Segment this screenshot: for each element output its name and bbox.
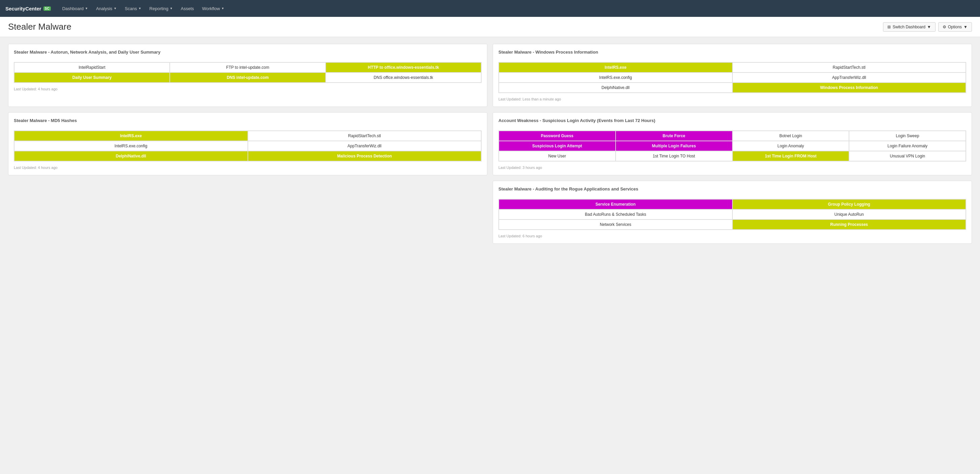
chevron-down-icon: ▼ xyxy=(85,7,88,10)
list-item[interactable]: Malicious Process Detection xyxy=(248,151,482,161)
widget-windows-process-title: Stealer Malware - Windows Process Inform… xyxy=(498,49,966,57)
list-item[interactable]: Suspicious Login Attempt xyxy=(499,141,616,151)
list-item[interactable]: Login Failure Anomaly xyxy=(849,141,966,151)
list-item[interactable]: Password Guess xyxy=(499,131,616,141)
list-item[interactable]: Login Sweep xyxy=(849,131,966,141)
list-item[interactable]: IntelRS.exe xyxy=(14,131,248,141)
list-item[interactable]: AppTransferWiz.dll xyxy=(732,72,966,83)
list-item[interactable]: New User xyxy=(499,151,616,161)
widget-login-activity-grid: Password Guess Brute Force Botnet Login … xyxy=(498,131,966,161)
chevron-down-icon: ▼ xyxy=(927,25,931,29)
list-item[interactable]: 1st Time Login TO Host xyxy=(616,151,732,161)
page-actions: ⊞ Switch Dashboard ▼ ⚙ Options ▼ xyxy=(883,22,972,32)
list-item[interactable]: Service Enumeration xyxy=(499,199,732,209)
chevron-down-icon: ▼ xyxy=(138,7,142,10)
widget-autorun-grid: IntelRapidStart FTP to intel-update.com … xyxy=(14,62,482,83)
list-item[interactable]: DNS office.windows-essentials.tk xyxy=(326,72,481,83)
widget-autorun-title: Stealer Malware - Autorun, Network Analy… xyxy=(14,49,482,57)
nav-menu: Dashboard ▼ Analysis ▼ Scans ▼ Reporting… xyxy=(59,4,228,13)
widget-md5: Stealer Malware - MD5 Hashes IntelRS.exe… xyxy=(8,112,487,175)
switch-dashboard-button[interactable]: ⊞ Switch Dashboard ▼ xyxy=(883,22,935,32)
navbar: SecurityCenter SC Dashboard ▼ Analysis ▼… xyxy=(0,0,980,17)
widget-rogue-apps-grid: Service Enumeration Group Policy Logging… xyxy=(498,199,966,230)
list-item[interactable]: Bad AutoRuns & Scheduled Tasks xyxy=(499,209,732,219)
chevron-down-icon: ▼ xyxy=(114,7,117,10)
widget-md5-last-updated: Last Updated: 4 hours ago xyxy=(14,166,482,169)
widget-rogue-apps-title: Stealer Malware - Auditing for the Rogue… xyxy=(498,187,966,194)
widget-windows-process: Stealer Malware - Windows Process Inform… xyxy=(493,44,972,107)
list-item[interactable]: Group Policy Logging xyxy=(732,199,966,209)
list-item[interactable]: AppTransferWiz.dll xyxy=(248,141,482,151)
list-item[interactable]: IntelRapidStart xyxy=(14,62,170,72)
gear-icon: ⚙ xyxy=(943,25,946,29)
chevron-down-icon: ▼ xyxy=(170,7,173,10)
page-header: Stealer Malware ⊞ Switch Dashboard ▼ ⚙ O… xyxy=(0,17,980,37)
list-item[interactable]: Running Processes xyxy=(732,219,966,230)
list-item[interactable]: FTP to intel-update.com xyxy=(170,62,325,72)
brand-name: SecurityCenter xyxy=(5,6,41,11)
brand: SecurityCenter SC xyxy=(5,6,51,11)
list-item[interactable]: Windows Process Information xyxy=(732,83,966,93)
nav-item-scans[interactable]: Scans ▼ xyxy=(122,4,145,13)
list-item[interactable]: Botnet Login xyxy=(732,131,850,141)
list-item[interactable]: RapidStartTech.stl xyxy=(732,62,966,72)
list-item[interactable]: Network Services xyxy=(499,219,732,230)
list-item[interactable]: DelphiNative.dll xyxy=(14,151,248,161)
chevron-down-icon: ▼ xyxy=(964,25,967,29)
list-item[interactable]: DelphiNative.dll xyxy=(499,83,732,93)
widget-windows-process-grid: IntelRS.exe RapidStartTech.stl IntelRS.e… xyxy=(498,62,966,93)
list-item[interactable]: HTTP to office.windows-essentials.tk xyxy=(326,62,481,72)
list-item[interactable]: Unusual VPN Login xyxy=(849,151,966,161)
widget-login-activity: Account Weakness - Suspicious Login Acti… xyxy=(493,112,972,175)
brand-badge: SC xyxy=(43,6,51,11)
list-item[interactable]: DNS intel-update.com xyxy=(170,72,325,83)
widget-autorun: Stealer Malware - Autorun, Network Analy… xyxy=(8,44,487,107)
widget-windows-process-last-updated: Last Updated: Less than a minute ago xyxy=(498,97,966,101)
list-item[interactable]: RapidStartTech.stl xyxy=(248,131,482,141)
options-button[interactable]: ⚙ Options ▼ xyxy=(938,22,972,32)
list-item[interactable]: IntelRS.exe xyxy=(499,62,732,72)
left-spacer xyxy=(8,181,487,244)
nav-item-analysis[interactable]: Analysis ▼ xyxy=(92,4,120,13)
list-item[interactable]: Login Anomaly xyxy=(732,141,850,151)
list-item[interactable]: IntelRS.exe.config xyxy=(14,141,248,151)
list-item[interactable]: Multiple Login Failures xyxy=(616,141,732,151)
widget-login-activity-title: Account Weakness - Suspicious Login Acti… xyxy=(498,118,966,126)
list-item[interactable]: Daily User Summary xyxy=(14,72,170,83)
widget-rogue-apps: Stealer Malware - Auditing for the Rogue… xyxy=(493,181,972,244)
grid-icon: ⊞ xyxy=(888,25,891,29)
widget-autorun-last-updated: Last Updated: 4 hours ago xyxy=(14,87,482,91)
list-item[interactable]: IntelRS.exe.config xyxy=(499,72,732,83)
nav-item-workflow[interactable]: Workflow ▼ xyxy=(199,4,228,13)
nav-item-dashboard[interactable]: Dashboard ▼ xyxy=(59,4,92,13)
widget-rogue-apps-last-updated: Last Updated: 6 hours ago xyxy=(498,234,966,238)
widget-md5-title: Stealer Malware - MD5 Hashes xyxy=(14,118,482,126)
main-content: Stealer Malware - Autorun, Network Analy… xyxy=(0,37,980,251)
list-item[interactable]: Brute Force xyxy=(616,131,732,141)
page-title: Stealer Malware xyxy=(8,22,72,32)
list-item[interactable]: Unique AutoRun xyxy=(732,209,966,219)
widget-md5-grid: IntelRS.exe RapidStartTech.stl IntelRS.e… xyxy=(14,131,482,161)
widget-login-activity-last-updated: Last Updated: 3 hours ago xyxy=(498,166,966,169)
chevron-down-icon: ▼ xyxy=(221,7,224,10)
list-item[interactable]: 1st Time Login FROM Host xyxy=(732,151,850,161)
nav-item-reporting[interactable]: Reporting ▼ xyxy=(146,4,176,13)
nav-item-assets[interactable]: Assets xyxy=(178,4,197,13)
